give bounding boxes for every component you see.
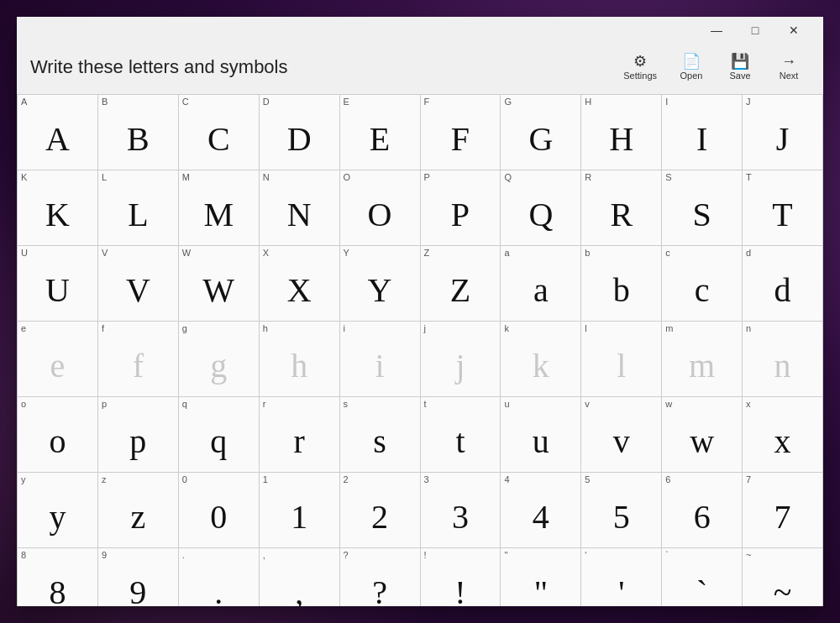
char-cell-O[interactable]: OO [340, 170, 421, 246]
cell-character: g [179, 336, 259, 396]
char-cell-z[interactable]: zz [98, 473, 179, 548]
char-cell-M[interactable]: MM [179, 170, 260, 246]
cell-character: 3 [421, 487, 501, 547]
char-cell-sym[interactable]: ~~ [743, 548, 823, 606]
char-cell-sym[interactable]: .. [179, 548, 260, 606]
cell-character: D [260, 109, 339, 170]
cell-label: q [179, 397, 259, 411]
char-cell-w[interactable]: ww [662, 397, 743, 473]
char-cell-u[interactable]: uu [501, 397, 581, 473]
char-cell-p[interactable]: pp [98, 397, 179, 473]
char-cell-a[interactable]: aa [501, 246, 581, 322]
char-cell-Q[interactable]: QQ [501, 170, 581, 246]
cell-character: ? [340, 563, 420, 606]
char-cell-S[interactable]: SS [662, 170, 743, 246]
char-cell-2[interactable]: 22 [340, 473, 421, 548]
char-cell-K[interactable]: KK [18, 170, 98, 246]
char-cell-d[interactable]: dd [743, 246, 823, 322]
char-cell-X[interactable]: XX [260, 246, 340, 322]
char-cell-j[interactable]: jj [421, 322, 501, 397]
char-cell-0[interactable]: 00 [179, 473, 260, 548]
char-cell-W[interactable]: WW [179, 246, 260, 322]
char-cell-I[interactable]: II [662, 95, 743, 170]
char-cell-h[interactable]: hh [260, 322, 340, 397]
next-button[interactable]: → Next [768, 50, 810, 84]
cell-label: P [421, 170, 501, 185]
close-button[interactable]: ✕ [774, 17, 813, 44]
cell-character: r [260, 411, 339, 472]
char-cell-sym[interactable]: '' [581, 548, 662, 606]
char-cell-9[interactable]: 99 [98, 548, 179, 606]
char-cell-f[interactable]: ff [98, 322, 179, 397]
char-cell-sym[interactable]: ?? [340, 548, 421, 606]
char-cell-sym[interactable]: ,, [260, 548, 340, 606]
char-cell-sym[interactable]: `` [662, 548, 743, 606]
char-cell-i[interactable]: ii [340, 322, 421, 397]
char-cell-V[interactable]: VV [98, 246, 179, 322]
cell-label: H [581, 95, 661, 109]
cell-label: i [340, 322, 420, 336]
char-cell-1[interactable]: 11 [260, 473, 340, 548]
char-cell-R[interactable]: RR [581, 170, 662, 246]
cell-character: O [340, 185, 420, 245]
char-cell-N[interactable]: NN [260, 170, 340, 246]
char-cell-A[interactable]: AA [18, 95, 98, 170]
cell-label: K [18, 170, 97, 185]
char-cell-6[interactable]: 66 [662, 473, 743, 548]
char-cell-Z[interactable]: ZZ [421, 246, 501, 322]
char-cell-L[interactable]: LL [98, 170, 179, 246]
char-cell-o[interactable]: oo [18, 397, 98, 473]
char-cell-8[interactable]: 88 [18, 548, 98, 606]
char-cell-sym[interactable]: "" [501, 548, 581, 606]
char-cell-Y[interactable]: YY [340, 246, 421, 322]
cell-character: R [581, 185, 661, 245]
char-cell-e[interactable]: ee [18, 322, 98, 397]
cell-label: Y [340, 246, 420, 260]
cell-label: 2 [340, 473, 420, 487]
char-cell-7[interactable]: 77 [743, 473, 823, 548]
maximize-button[interactable]: □ [736, 17, 774, 44]
char-cell-U[interactable]: UU [18, 246, 98, 322]
char-cell-E[interactable]: EE [340, 95, 421, 170]
char-cell-y[interactable]: yy [18, 473, 98, 548]
open-button[interactable]: 📄 Open [670, 50, 712, 84]
cell-label: I [662, 95, 742, 109]
char-cell-D[interactable]: DD [260, 95, 340, 170]
char-cell-b[interactable]: bb [581, 246, 662, 322]
char-cell-sym[interactable]: !! [421, 548, 501, 606]
char-cell-F[interactable]: FF [421, 95, 501, 170]
cell-label: V [98, 246, 178, 260]
char-cell-c[interactable]: cc [662, 246, 743, 322]
char-cell-G[interactable]: GG [501, 95, 581, 170]
page-title: Write these letters and symbols [30, 56, 288, 78]
cell-character: F [421, 109, 501, 170]
char-cell-4[interactable]: 44 [501, 473, 581, 548]
settings-button[interactable]: ⚙ Settings [617, 50, 664, 84]
cell-label: " [501, 548, 580, 563]
save-icon: 💾 [731, 54, 749, 69]
char-cell-P[interactable]: PP [421, 170, 501, 246]
cell-character: z [98, 487, 178, 547]
char-cell-C[interactable]: CC [179, 95, 260, 170]
cell-label: s [340, 397, 420, 411]
char-cell-q[interactable]: qq [179, 397, 260, 473]
char-cell-r[interactable]: rr [260, 397, 340, 473]
char-cell-t[interactable]: tt [421, 397, 501, 473]
char-cell-n[interactable]: nn [743, 322, 823, 397]
char-cell-5[interactable]: 55 [581, 473, 662, 548]
char-cell-m[interactable]: mm [662, 322, 743, 397]
char-cell-l[interactable]: ll [581, 322, 662, 397]
cell-label: G [501, 95, 580, 109]
char-cell-k[interactable]: kk [501, 322, 581, 397]
char-cell-T[interactable]: TT [743, 170, 823, 246]
char-cell-J[interactable]: JJ [743, 95, 823, 170]
minimize-button[interactable]: — [697, 17, 736, 44]
char-cell-B[interactable]: BB [98, 95, 179, 170]
char-cell-g[interactable]: gg [179, 322, 260, 397]
save-button[interactable]: 💾 Save [719, 50, 761, 84]
char-cell-x[interactable]: xx [743, 397, 823, 473]
char-cell-v[interactable]: vv [581, 397, 662, 473]
char-cell-s[interactable]: ss [340, 397, 421, 473]
char-cell-3[interactable]: 33 [421, 473, 501, 548]
char-cell-H[interactable]: HH [581, 95, 662, 170]
